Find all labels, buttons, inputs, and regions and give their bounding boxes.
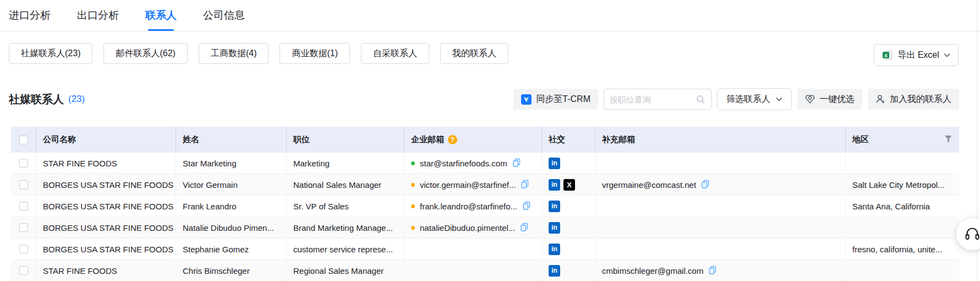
export-excel-button[interactable]: X 导出 Excel: [874, 44, 959, 66]
linkedin-icon[interactable]: in: [549, 265, 560, 277]
search-icon[interactable]: [696, 95, 705, 104]
col-name: 姓名: [176, 127, 287, 153]
section-header: 社媒联系人 (23) 同步至T-CRM 筛选联系人: [9, 88, 959, 110]
filter-contacts-label: 筛选联系人: [726, 94, 770, 105]
chip-commercial-data[interactable]: 商业数据(1): [280, 43, 350, 64]
job-title: Regional Sales Manager: [293, 266, 384, 275]
select-all-checkbox[interactable]: [19, 136, 28, 144]
tab-contacts[interactable]: 联系人: [145, 0, 177, 31]
copy-icon[interactable]: [512, 158, 521, 169]
table-row: BORGES USA STAR FINE FOODSStephanie Gome…: [11, 239, 959, 260]
linkedin-icon[interactable]: in: [549, 158, 560, 169]
row-checkbox[interactable]: [19, 266, 28, 275]
linkedin-icon[interactable]: in: [549, 222, 560, 234]
headset-icon: [964, 226, 980, 242]
row-checkbox[interactable]: [19, 202, 28, 210]
company-name: BORGES USA STAR FINE FOODS: [43, 202, 173, 211]
linkedin-icon[interactable]: in: [549, 179, 560, 191]
one-click-optimize-button[interactable]: 一键优选: [797, 89, 862, 110]
linkedin-icon[interactable]: in: [549, 244, 560, 255]
excel-icon: X: [882, 50, 893, 61]
company-name: BORGES USA STAR FINE FOODS: [43, 223, 173, 233]
row-checkbox[interactable]: [19, 223, 28, 232]
job-title: Marketing: [293, 159, 330, 168]
tcrm-logo-icon: [521, 94, 532, 105]
row-checkbox[interactable]: [19, 159, 28, 167]
chip-self-collected[interactable]: 自采联系人: [361, 43, 429, 64]
chip-business-registry[interactable]: 工商数据(4): [199, 43, 269, 64]
chip-my-contacts[interactable]: 我的联系人: [440, 43, 508, 64]
sync-to-tcrm-button[interactable]: 同步至T-CRM: [513, 89, 598, 110]
col-title: 职位: [287, 127, 404, 153]
company-name: BORGES USA STAR FINE FOODS: [43, 245, 173, 254]
row-checkbox[interactable]: [19, 245, 28, 253]
company-name: BORGES USA STAR FINE FOODS: [43, 180, 173, 190]
job-title: National Sales Manager: [293, 180, 381, 190]
table-row: STAR FINE FOODSChris BimschlegerRegional…: [11, 260, 959, 281]
table-row: STAR FINE FOODSStar MarketingMarketingst…: [11, 153, 959, 174]
chip-social-contacts[interactable]: 社媒联系人(23): [9, 43, 92, 64]
company-email: natalieDibuduo.pimentel...: [420, 223, 515, 233]
region: fresno, california, unite...: [852, 245, 942, 254]
copy-icon[interactable]: [521, 180, 529, 190]
table-header: 公司名称 姓名 职位 企业邮箱 ? 社交 补充邮箱 地区: [11, 127, 959, 153]
region: Salt Lake City Metropol...: [852, 180, 945, 190]
tab-import-analysis[interactable]: 进口分析: [9, 0, 51, 31]
chip-mail-contacts[interactable]: 邮件联系人(62): [103, 43, 187, 64]
col-company: 公司名称: [36, 127, 176, 153]
copy-icon[interactable]: [520, 223, 529, 233]
add-to-my-contacts-button[interactable]: 加入我的联系人: [868, 89, 959, 110]
sync-to-tcrm-label: 同步至T-CRM: [536, 94, 590, 105]
company-email: frank.leandro@starfinefo...: [420, 202, 517, 211]
x-icon[interactable]: X: [563, 179, 575, 191]
table-row: BORGES USA STAR FINE FOODSVictor Germain…: [11, 174, 959, 196]
copy-icon[interactable]: [701, 180, 710, 190]
contact-name: Star Marketing: [183, 159, 237, 168]
email-status-dot: [411, 183, 415, 187]
contact-name: Victor Germain: [183, 180, 238, 190]
section-title: 社媒联系人: [9, 92, 64, 107]
tab-company-info[interactable]: 公司信息: [203, 0, 245, 31]
contact-name: Stephanie Gomez: [183, 245, 249, 254]
col-social: 社交: [542, 127, 595, 153]
section-count: (23): [68, 94, 85, 105]
row-checkbox[interactable]: [19, 180, 28, 189]
alt-email: cmbimschleger@gmail.com: [602, 266, 703, 275]
col-region: 地区: [846, 127, 959, 153]
region: Santa Ana, California: [852, 202, 930, 211]
filter-funnel-icon[interactable]: [944, 135, 952, 144]
email-status-dot: [411, 161, 415, 165]
position-search-box: [604, 89, 711, 110]
linkedin-icon[interactable]: in: [549, 201, 560, 212]
contacts-toolbar: 同步至T-CRM 筛选联系人 一键: [513, 88, 959, 110]
one-click-optimize-label: 一键优选: [819, 94, 855, 105]
export-excel-label: 导出 Excel: [897, 50, 939, 61]
chevron-down-icon: [944, 53, 950, 57]
copy-icon[interactable]: [708, 266, 717, 276]
help-icon[interactable]: ?: [448, 135, 457, 144]
company-email: victor.germain@starfinef...: [420, 180, 516, 190]
job-title: Sr. VP of Sales: [293, 202, 349, 211]
table-row: BORGES USA STAR FINE FOODSNatalie Dibudu…: [11, 217, 959, 239]
person-plus-icon: [875, 94, 885, 104]
premium-badge-icon: [805, 94, 815, 104]
tab-export-analysis[interactable]: 出口分析: [77, 0, 119, 31]
contact-name: Frank Leandro: [183, 202, 237, 211]
col-alt-email: 补充邮箱: [595, 127, 846, 153]
add-to-my-contacts-label: 加入我的联系人: [890, 94, 951, 105]
company-name: STAR FINE FOODS: [43, 159, 117, 168]
company-email: star@starfinefoods.com: [420, 159, 507, 168]
contact-name: Natalie Dibuduo Pimen...: [183, 223, 274, 233]
email-status-dot: [411, 204, 415, 208]
chevron-down-icon: [776, 97, 782, 101]
contact-name: Chris Bimschleger: [183, 266, 250, 275]
copy-icon[interactable]: [522, 201, 531, 212]
job-title: Brand Marketing Manage...: [293, 223, 393, 233]
col-company-email: 企业邮箱 ?: [404, 127, 542, 153]
filter-contacts-button[interactable]: 筛选联系人: [717, 88, 792, 110]
customer-service-button[interactable]: [956, 218, 980, 250]
svg-text:X: X: [884, 53, 888, 58]
position-search-input[interactable]: [610, 95, 696, 104]
alt-email: vrgermaine@comcast.net: [602, 180, 696, 190]
company-name: STAR FINE FOODS: [43, 266, 117, 275]
